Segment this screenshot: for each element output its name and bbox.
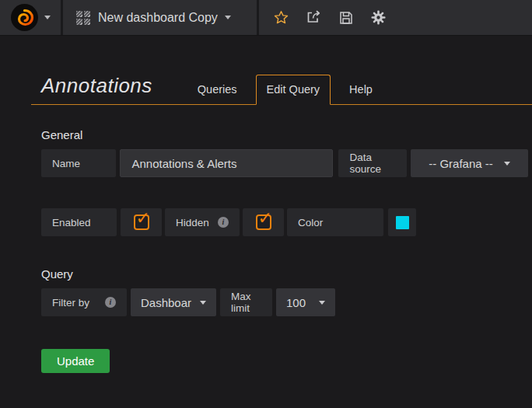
datasource-value: -- Grafana -- xyxy=(429,157,493,170)
datasource-label: Data source xyxy=(338,149,407,177)
page-title: Annotations xyxy=(31,73,179,104)
gear-icon xyxy=(371,10,386,25)
hidden-checkbox[interactable]: ✓ xyxy=(243,208,284,236)
save-icon xyxy=(339,11,353,25)
save-button[interactable] xyxy=(339,11,353,25)
topbar: New dashboard Copy xyxy=(0,0,532,36)
annotations-settings-page: Annotations Queries Edit Query Help Gene… xyxy=(0,36,532,373)
star-icon xyxy=(274,10,289,25)
info-icon[interactable]: i xyxy=(105,297,116,308)
share-icon xyxy=(306,10,321,25)
filter-by-value: Dashboar xyxy=(141,296,191,309)
tab-queries[interactable]: Queries xyxy=(179,75,256,104)
datasource-select[interactable]: -- Grafana -- xyxy=(411,149,528,177)
general-section-heading: General xyxy=(41,128,532,141)
share-button[interactable] xyxy=(306,10,321,25)
max-limit-label: Max limit xyxy=(220,288,272,316)
name-input[interactable] xyxy=(120,149,333,177)
color-label: Color xyxy=(287,208,383,236)
general-row-1: Name Data source -- Grafana -- xyxy=(41,149,532,177)
dashboard-grid-icon xyxy=(76,11,90,25)
update-button[interactable]: Update xyxy=(41,349,110,373)
tab-help[interactable]: Help xyxy=(331,75,391,104)
topbar-actions xyxy=(259,0,386,35)
max-limit-select[interactable]: 100 xyxy=(276,288,335,316)
tab-edit-query[interactable]: Edit Query xyxy=(256,75,331,105)
info-icon[interactable]: i xyxy=(218,217,229,228)
hidden-label: Hidden i xyxy=(165,208,240,236)
chevron-down-icon xyxy=(319,301,325,305)
chevron-down-icon xyxy=(44,16,51,19)
checkmark-icon: ✓ xyxy=(136,208,150,228)
query-section-heading: Query xyxy=(41,267,532,281)
name-label: Name xyxy=(41,149,116,177)
grafana-menu-button[interactable] xyxy=(0,0,61,35)
max-limit-value: 100 xyxy=(286,296,306,309)
dashboard-title: New dashboard Copy xyxy=(98,11,218,25)
star-button[interactable] xyxy=(274,10,289,25)
chevron-down-icon xyxy=(200,301,206,305)
checkmark-icon: ✓ xyxy=(258,208,272,228)
tabs-header: Annotations Queries Edit Query Help xyxy=(31,73,532,105)
chevron-down-icon xyxy=(225,16,231,19)
enabled-checkbox[interactable]: ✓ xyxy=(121,208,162,236)
filter-by-select[interactable]: Dashboar xyxy=(131,288,216,316)
query-row: Filter by i Dashboar Max limit 100 xyxy=(41,288,532,316)
dashboard-title-button[interactable]: New dashboard Copy xyxy=(63,0,257,35)
enabled-label: Enabled xyxy=(41,208,117,236)
filter-by-label: Filter by i xyxy=(41,288,127,316)
settings-button[interactable] xyxy=(371,10,386,25)
color-swatch xyxy=(396,216,409,229)
grafana-logo-icon xyxy=(10,3,39,32)
checkbox-box: ✓ xyxy=(134,214,149,230)
general-row-2: Enabled ✓ Hidden i ✓ Color xyxy=(41,208,532,236)
checkbox-box: ✓ xyxy=(256,214,271,230)
color-picker-button[interactable] xyxy=(388,208,416,236)
chevron-down-icon xyxy=(504,162,510,166)
